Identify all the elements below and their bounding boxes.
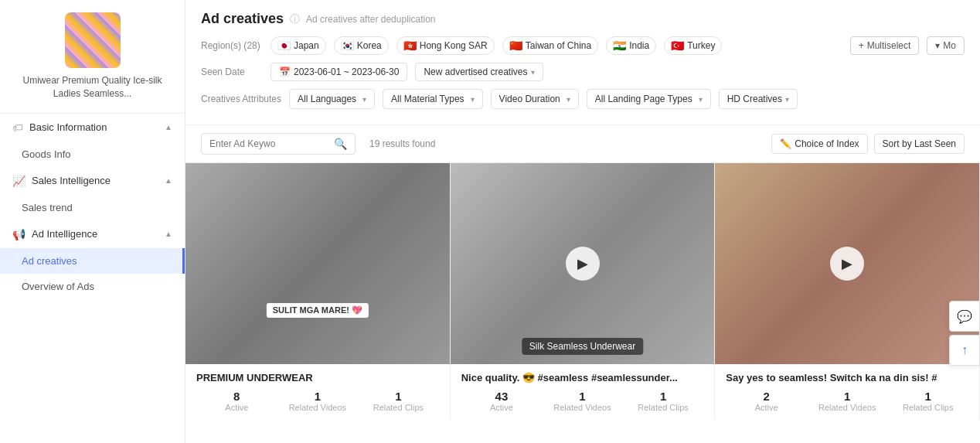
hd-creatives-button[interactable]: HD Creatives ▾ bbox=[719, 89, 798, 109]
hongkong-label: Hong Kong SAR bbox=[420, 40, 488, 51]
play-button-3[interactable]: ▶ bbox=[830, 247, 864, 281]
card-1: SULIT MGA MARE! 💖 PREMIUM UNDERWEAR 8 Ac… bbox=[185, 163, 451, 420]
chevron-down-icon-duration: ▾ bbox=[567, 95, 570, 104]
region-hongkong[interactable]: 🇭🇰 Hong Kong SAR bbox=[396, 36, 495, 55]
card-3-info: Say yes to seamless! Switch ka na din si… bbox=[715, 364, 979, 420]
card-1-video[interactable]: SULIT MGA MARE! 💖 bbox=[185, 163, 450, 364]
sidebar: Umiwear Premium Quality Ice-silk Ladies … bbox=[0, 0, 185, 443]
new-creatives-label: New advertised creatives bbox=[424, 66, 527, 77]
choice-of-index-button[interactable]: ✏️ Choice of Index bbox=[771, 134, 867, 154]
sidebar-item-goods-info[interactable]: Goods Info bbox=[0, 141, 185, 167]
attributes-label: Creatives Attributes bbox=[201, 94, 281, 104]
sidebar-section-basic: 🏷 Basic Information ▲ Goods Info bbox=[0, 114, 185, 167]
sort-by-button[interactable]: Sort by Last Seen bbox=[874, 134, 965, 154]
japan-flag: 🇯🇵 bbox=[277, 39, 291, 52]
calendar-icon: 📅 bbox=[279, 66, 291, 77]
results-count: 19 results found bbox=[369, 138, 435, 149]
card-3-stat-active: 2 Active bbox=[726, 390, 807, 412]
card-3: ▶ Say yes to seamless! Switch ka na din … bbox=[715, 163, 980, 420]
page-subtitle: Ad creatives after deduplication bbox=[306, 14, 435, 25]
sidebar-section-sales-label: Sales Intelligence bbox=[32, 175, 111, 186]
korea-label: Korea bbox=[357, 40, 382, 51]
hongkong-flag: 🇭🇰 bbox=[403, 39, 417, 52]
turkey-label: Turkey bbox=[687, 40, 715, 51]
index-edit-icon: ✏️ bbox=[780, 138, 791, 149]
card-2-stat-active: 43 Active bbox=[461, 390, 543, 412]
date-range-picker[interactable]: 📅 2023-06-01 ~ 2023-06-30 bbox=[271, 63, 407, 81]
card-2-title: Nice quality. 😎 #seamless #seamlessunder… bbox=[461, 372, 704, 383]
chat-float-button[interactable]: 💬 bbox=[949, 301, 980, 332]
chat-icon: 💬 bbox=[957, 309, 972, 324]
chevron-down-icon-landing: ▾ bbox=[699, 95, 703, 104]
material-select[interactable]: All Material Types ▾ bbox=[383, 89, 482, 109]
seen-date-label: Seen Date bbox=[201, 66, 263, 77]
card-2-stat-clips: 1 Related Clips bbox=[623, 390, 704, 412]
seen-date-filter-row: Seen Date 📅 2023-06-01 ~ 2023-06-30 New … bbox=[201, 63, 965, 81]
card-2-play-overlay: ▶ bbox=[451, 163, 715, 364]
search-bar: 🔍 19 results found ✏️ Choice of Index So… bbox=[185, 125, 980, 163]
search-input[interactable] bbox=[209, 138, 331, 149]
ad-icon: 📢 bbox=[12, 228, 26, 240]
taiwan-flag: 🇨🇳 bbox=[509, 39, 522, 52]
sidebar-section-basic-header[interactable]: 🏷 Basic Information ▲ bbox=[0, 114, 185, 141]
play-button-2[interactable]: ▶ bbox=[566, 247, 600, 281]
region-taiwan[interactable]: 🇨🇳 Taiwan of China bbox=[502, 36, 598, 55]
page-header: Ad creatives ⓘ Ad creatives after dedupl… bbox=[185, 0, 980, 125]
search-icon: 🔍 bbox=[334, 138, 347, 150]
chevron-down-icon-lang: ▾ bbox=[362, 95, 366, 104]
card-2-info: Nice quality. 😎 #seamless #seamlessunder… bbox=[451, 364, 715, 420]
search-input-wrap[interactable]: 🔍 bbox=[201, 133, 356, 155]
card-2-stat-videos: 1 Related Videos bbox=[542, 390, 623, 412]
sidebar-item-overview-ads[interactable]: Overview of Ads bbox=[0, 274, 185, 299]
sidebar-item-sales-trend[interactable]: Sales trend bbox=[0, 195, 185, 220]
card-3-play-overlay: ▶ bbox=[715, 163, 979, 364]
sidebar-section-basic-label: Basic Information bbox=[29, 121, 107, 133]
duration-select[interactable]: Video Duration ▾ bbox=[491, 89, 579, 109]
date-range-value: 2023-06-01 ~ 2023-06-30 bbox=[294, 66, 399, 77]
product-image bbox=[65, 12, 121, 68]
chevron-up-icon-sales: ▲ bbox=[165, 176, 172, 185]
card-3-video[interactable]: ▶ bbox=[715, 163, 979, 364]
sidebar-item-ad-creatives[interactable]: Ad creatives bbox=[0, 248, 185, 274]
card-3-stat-videos: 1 Related Videos bbox=[807, 390, 888, 412]
chart-icon: 📈 bbox=[12, 175, 26, 187]
sidebar-section-sales-header[interactable]: 📈 Sales Intelligence ▲ bbox=[0, 167, 185, 195]
sidebar-section-ad-label: Ad Intelligence bbox=[32, 228, 97, 240]
new-creatives-button[interactable]: New advertised creatives ▾ bbox=[415, 63, 543, 81]
card-1-title: PREMIUM UNDERWEAR bbox=[196, 372, 439, 383]
card-1-stat-videos: 1 Related Videos bbox=[277, 390, 359, 412]
page-title-row: Ad creatives ⓘ Ad creatives after dedupl… bbox=[201, 11, 965, 27]
scroll-up-float-button[interactable]: ↑ bbox=[949, 335, 980, 366]
arrow-up-icon: ↑ bbox=[961, 343, 968, 357]
card-1-video-label: SULIT MGA MARE! 💖 bbox=[267, 303, 369, 318]
card-1-thumbnail bbox=[185, 163, 450, 364]
landing-select[interactable]: All Landing Page Types ▾ bbox=[587, 89, 711, 109]
region-korea[interactable]: 🇰🇷 Korea bbox=[334, 36, 389, 55]
turkey-flag: 🇹🇷 bbox=[671, 39, 684, 52]
region-india[interactable]: 🇮🇳 India bbox=[606, 36, 656, 55]
korea-flag: 🇰🇷 bbox=[341, 39, 354, 52]
card-3-stats: 2 Active 1 Related Videos 1 Related Clip… bbox=[726, 390, 968, 412]
page-title: Ad creatives bbox=[201, 11, 284, 27]
region-filter-row: Region(s) (28) 🇯🇵 Japan 🇰🇷 Korea 🇭🇰 Hong… bbox=[201, 36, 965, 55]
mo-button[interactable]: ▾ Mo bbox=[927, 36, 965, 55]
region-japan[interactable]: 🇯🇵 Japan bbox=[271, 36, 326, 55]
sidebar-section-ad-header[interactable]: 📢 Ad Intelligence ▲ bbox=[0, 220, 185, 248]
card-3-stat-clips: 1 Related Clips bbox=[887, 390, 968, 412]
attributes-filter-row: Creatives Attributes All Languages ▾ All… bbox=[201, 89, 965, 109]
chevron-down-icon-mo: ▾ bbox=[935, 40, 940, 51]
region-label: Region(s) (28) bbox=[201, 40, 263, 51]
sidebar-section-sales: 📈 Sales Intelligence ▲ Sales trend bbox=[0, 167, 185, 220]
multiselect-button[interactable]: + Multiselect bbox=[850, 36, 920, 55]
product-info: Umiwear Premium Quality Ice-silk Ladies … bbox=[0, 0, 185, 114]
japan-label: Japan bbox=[294, 40, 319, 51]
card-2-video[interactable]: ▶ Silk Seamless Underwear bbox=[451, 163, 715, 364]
taiwan-label: Taiwan of China bbox=[526, 40, 591, 51]
card-2-stats: 43 Active 1 Related Videos 1 Related Cli… bbox=[461, 390, 704, 412]
chevron-up-icon: ▲ bbox=[165, 123, 172, 131]
chevron-down-icon-material: ▾ bbox=[471, 95, 475, 104]
card-2-video-label: Silk Seamless Underwear bbox=[522, 338, 643, 355]
region-turkey[interactable]: 🇹🇷 Turkey bbox=[664, 36, 722, 55]
language-select[interactable]: All Languages ▾ bbox=[289, 89, 375, 109]
product-name: Umiwear Premium Quality Ice-silk Ladies … bbox=[9, 74, 175, 101]
